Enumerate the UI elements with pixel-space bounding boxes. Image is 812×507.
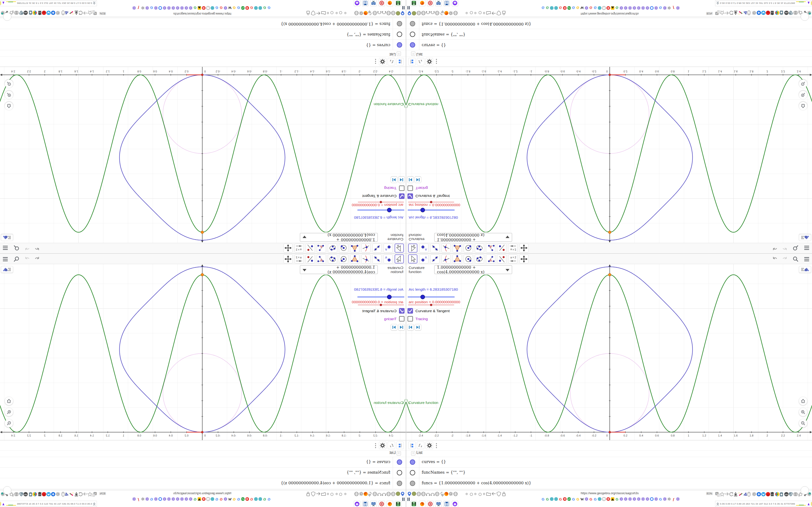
tool-move-button[interactable] — [395, 243, 404, 252]
ya-icon[interactable]: Я — [563, 6, 567, 10]
W-icon[interactable]: W — [580, 497, 584, 501]
f-icon[interactable]: f — [137, 6, 140, 10]
bot-purple-shortcut[interactable] — [452, 501, 458, 507]
save-green-shortcut[interactable] — [411, 501, 417, 507]
globe-color-icon[interactable] — [775, 492, 779, 497]
visibility-toggle[interactable] — [397, 21, 402, 26]
zoom-in-button[interactable] — [5, 408, 13, 416]
globe-solid-icon[interactable] — [14, 492, 19, 497]
down-circle-icon[interactable] — [761, 492, 766, 497]
flower-icon[interactable] — [185, 497, 188, 501]
lock-icon[interactable] — [306, 492, 310, 496]
bot-purple-shortcut[interactable] — [354, 0, 360, 6]
trash-icon[interactable] — [770, 10, 774, 15]
arrow-right-icon[interactable] — [83, 11, 88, 15]
home-button[interactable] — [799, 397, 807, 405]
globe-teal-icon[interactable] — [554, 497, 558, 501]
tool-line-button[interactable] — [372, 243, 382, 252]
home-button[interactable] — [5, 102, 13, 110]
flower-icon[interactable] — [641, 6, 645, 10]
G-icon[interactable]: G — [593, 6, 597, 10]
graphics-canvas[interactable]: -2.4-2.2-2-1.8-1.6-1.4-1.2-1-0.8-0.6-0.4… — [406, 67, 812, 243]
download-icon[interactable] — [733, 10, 738, 15]
info-icon[interactable]: i — [206, 497, 210, 501]
globe-icon[interactable] — [386, 11, 391, 15]
G-icon[interactable]: G — [659, 6, 662, 10]
G-icon[interactable]: G — [615, 6, 619, 10]
tracing-checkbox[interactable] — [407, 185, 413, 191]
curvature-function-input[interactable]: 1.000000000000 + cos(4.000000000000 x) — [300, 265, 378, 274]
gear-red-shortcut[interactable] — [427, 501, 434, 507]
curvature-function-input[interactable]: 1.000000000000 + cos(4.000000000000 x) — [434, 233, 512, 242]
refresh-icon[interactable] — [78, 492, 83, 497]
save-green-shortcut[interactable] — [395, 501, 401, 507]
grid-yb-icon[interactable] — [611, 497, 615, 501]
gear-sm-icon[interactable] — [56, 11, 60, 15]
wave-icon[interactable] — [241, 497, 245, 501]
ya-icon[interactable]: Я — [202, 497, 206, 501]
flower-icon[interactable] — [145, 497, 149, 501]
tool-angle-button[interactable]: α — [317, 255, 326, 264]
arc-length-slider[interactable] — [356, 207, 404, 213]
curvature-tangent-checkbox[interactable] — [399, 193, 405, 199]
tool-move-button[interactable] — [408, 255, 417, 264]
globe-teal-icon[interactable] — [210, 6, 214, 10]
tool-angle-button[interactable]: α — [486, 243, 495, 252]
ya-icon[interactable]: Я — [245, 6, 249, 10]
flower-icon[interactable] — [585, 6, 589, 10]
gear-sm-icon[interactable] — [449, 492, 453, 496]
arrow-left-icon[interactable] — [491, 11, 496, 15]
grid-yb-icon[interactable] — [197, 497, 201, 501]
save-green-shortcut[interactable] — [395, 0, 401, 6]
record-icon[interactable]: TCP — [766, 10, 770, 15]
globe-icon[interactable] — [435, 492, 440, 496]
flower-icon[interactable] — [180, 6, 184, 10]
info-icon[interactable]: i — [602, 6, 606, 10]
menu-button[interactable] — [2, 245, 8, 251]
G-icon[interactable]: G — [237, 6, 241, 10]
flower-icon[interactable] — [223, 497, 227, 501]
tool-move-button[interactable] — [408, 243, 417, 252]
skip-start-button[interactable] — [407, 324, 414, 331]
flower-icon[interactable] — [676, 497, 680, 501]
gear-fav-icon[interactable] — [141, 6, 145, 10]
tool-point-button[interactable]: A — [384, 255, 393, 264]
firefox-box-shortcut[interactable] — [419, 501, 425, 507]
kite-icon[interactable]: A — [64, 492, 69, 497]
curvature-function-input[interactable]: 1.000000000000 + cos(4.000000000000 x) — [434, 265, 512, 274]
flower-icon[interactable] — [171, 6, 175, 10]
shield-icon[interactable] — [311, 492, 315, 496]
dropdown-caret-icon[interactable] — [303, 236, 306, 238]
zoom-in-button[interactable] — [5, 91, 13, 99]
flower-icon[interactable] — [167, 497, 171, 501]
globe-teal-icon[interactable] — [550, 497, 554, 501]
algebra-row-value[interactable]: curves = {} — [422, 43, 446, 48]
tool-polygon-button[interactable] — [350, 255, 359, 264]
record-icon[interactable]: TCP — [42, 492, 46, 497]
tool-line-button[interactable] — [430, 255, 440, 264]
G-icon[interactable]: G — [219, 6, 223, 10]
gear-red-shortcut[interactable] — [378, 0, 385, 6]
wave-icon[interactable] — [567, 497, 571, 501]
fx-button[interactable]: fx — [417, 58, 424, 65]
gear-fav-icon[interactable] — [667, 497, 671, 501]
download-icon[interactable] — [733, 492, 738, 497]
dropdown-caret-icon[interactable] — [303, 269, 306, 271]
kite-icon[interactable]: A — [64, 10, 69, 15]
flower-icon[interactable] — [185, 6, 188, 10]
tool-perpendicular-line-button[interactable] — [442, 255, 451, 264]
curvature-tangent-checkbox[interactable] — [407, 193, 413, 199]
zoom-in-button[interactable] — [799, 91, 807, 99]
globe-icon[interactable] — [391, 492, 396, 496]
visibility-toggle[interactable] — [410, 21, 415, 26]
tracing-checkbox[interactable] — [399, 185, 405, 191]
graphics-canvas[interactable]: -2.4-2.2-2-1.8-1.6-1.4-1.2-1-0.8-0.6-0.4… — [406, 264, 812, 440]
auxiliary-objects-button[interactable] — [408, 58, 416, 65]
settings-gear-button[interactable] — [425, 442, 433, 449]
zoom-in-button[interactable] — [799, 408, 807, 416]
floppy-64-shortcut[interactable]: 64 — [444, 0, 450, 6]
G-icon[interactable]: G — [215, 497, 219, 501]
arrow-right-icon[interactable] — [724, 492, 729, 496]
shield-icon[interactable] — [497, 11, 501, 15]
flower-icon[interactable] — [154, 497, 158, 501]
